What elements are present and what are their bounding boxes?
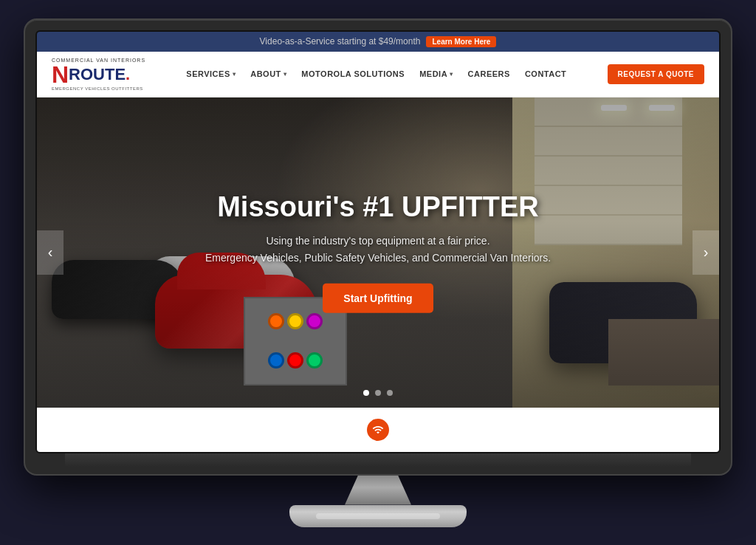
learn-more-button[interactable]: Learn More Here <box>426 36 496 47</box>
slide-dot-2[interactable] <box>375 390 381 396</box>
nav-about[interactable]: ABOUT ▾ <box>244 65 292 83</box>
slide-dot-1[interactable] <box>363 390 369 396</box>
nav-services[interactable]: SERVICES ▾ <box>180 65 241 83</box>
below-hero <box>37 408 719 452</box>
logo-area[interactable]: COMMERCIAL VAN INTERIORS N ROUTE . EMERG… <box>52 58 145 91</box>
slide-dots <box>363 390 393 396</box>
hero-title: Missouri's #1 UPFITTER <box>193 191 563 222</box>
spool-5 <box>287 352 303 369</box>
spool-2 <box>287 313 303 329</box>
feature-item-1 <box>367 419 389 441</box>
hero-subtitle: Using the industry's top equipment at a … <box>193 233 563 266</box>
spool-4 <box>268 352 284 369</box>
hero-section: Missouri's #1 UPFITTER Using the industr… <box>37 97 719 408</box>
slide-next-button[interactable]: › <box>693 230 719 275</box>
monitor-wrapper: Video-as-a-Service starting at $49/month… <box>16 18 740 527</box>
rack-row-2 <box>249 352 342 369</box>
logo-bottom-text: EMERGENCY VEHICLES OUTFITTERS <box>52 86 143 91</box>
monitor-stand-base <box>289 505 467 527</box>
chevron-down-icon: ▾ <box>284 71 287 78</box>
monitor-screen: Video-as-a-Service starting at $49/month… <box>35 30 721 453</box>
announcement-bar: Video-as-a-Service starting at $49/month… <box>37 32 719 52</box>
hero-content: Missouri's #1 UPFITTER Using the industr… <box>193 191 563 313</box>
hero-subtitle-line1: Using the industry's top equipment at a … <box>266 235 489 247</box>
announcement-text: Video-as-a-Service starting at $49/month <box>260 36 421 47</box>
monitor-stand-neck <box>345 476 411 505</box>
spool-3 <box>306 313 323 329</box>
monitor-body: Video-as-a-Service starting at $49/month… <box>24 18 732 476</box>
hero-cta-button[interactable]: Start Upfitting <box>323 284 433 313</box>
logo-route: ROUTE <box>69 66 126 83</box>
rack-row-1 <box>249 313 342 329</box>
chevron-down-icon: ▾ <box>450 71 453 78</box>
hero-subtitle-line2: Emergency Vehicles, Public Safety Vehicl… <box>205 251 551 263</box>
spool-6 <box>306 352 323 369</box>
logo-main: N ROUTE . <box>52 63 130 86</box>
logo-box: COMMERCIAL VAN INTERIORS N ROUTE . EMERG… <box>52 58 145 91</box>
logo-n: N <box>52 63 69 86</box>
navbar: COMMERCIAL VAN INTERIORS N ROUTE . EMERG… <box>37 52 719 97</box>
nav-contact[interactable]: CONTACT <box>519 65 572 83</box>
request-quote-button[interactable]: REQUEST A QUOTE <box>608 64 704 84</box>
chevron-down-icon: ▾ <box>233 71 236 78</box>
nav-careers[interactable]: CAREERS <box>462 65 516 83</box>
nav-motorola[interactable]: MOTOROLA SOLUTIONS <box>295 65 410 83</box>
logo-dot: . <box>126 66 130 83</box>
spool-1 <box>268 313 284 329</box>
slide-dot-3[interactable] <box>387 390 393 396</box>
nav-links: SERVICES ▾ ABOUT ▾ MOTOROLA SOLUTIONS ME… <box>160 65 592 83</box>
nav-media[interactable]: MEDIA ▾ <box>413 65 458 83</box>
wifi-icon <box>367 419 389 441</box>
slide-prev-button[interactable]: ‹ <box>37 230 63 275</box>
monitor-chin <box>65 453 691 467</box>
